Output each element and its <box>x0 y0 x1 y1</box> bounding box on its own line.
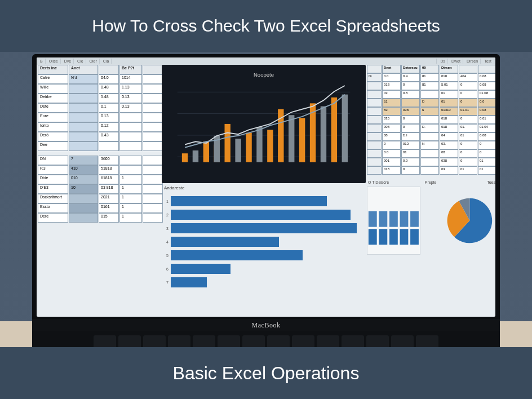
cell[interactable]: 03. <box>440 141 458 149</box>
cell[interactable]: 0 <box>459 149 477 158</box>
cell[interactable]: Di <box>367 73 382 82</box>
cell[interactable]: Dere <box>38 213 68 223</box>
cell[interactable]: 0 <box>459 116 477 124</box>
cell[interactable] <box>367 149 382 158</box>
cell[interactable] <box>119 113 142 122</box>
cell[interactable] <box>119 156 142 165</box>
cell[interactable]: 410 <box>69 165 98 175</box>
cell[interactable]: 7 <box>69 156 98 165</box>
cell[interactable]: D <box>420 99 439 107</box>
cell[interactable]: 0.48 <box>99 84 119 94</box>
cell[interactable] <box>119 132 142 141</box>
col-header[interactable]: Dnet <box>382 65 401 73</box>
cell[interactable]: 0 <box>459 90 477 99</box>
cell[interactable]: 01.01 <box>459 107 477 116</box>
cell[interactable]: 0.13 <box>119 94 142 103</box>
cell[interactable]: 0.0 <box>478 99 495 107</box>
cell[interactable]: Ionto <box>38 122 68 132</box>
cell[interactable]: 01 <box>478 166 495 175</box>
cell[interactable]: 013 <box>401 141 420 149</box>
col-header[interactable] <box>459 65 477 73</box>
cell[interactable] <box>143 132 163 141</box>
cell[interactable] <box>143 194 163 203</box>
col-header[interactable]: 09 <box>420 65 439 73</box>
cell[interactable]: 08 <box>382 132 401 141</box>
cell[interactable]: 0.43 <box>99 132 119 141</box>
cell[interactable] <box>367 141 382 149</box>
cell[interactable]: 1 <box>119 175 142 184</box>
cell[interactable] <box>367 107 382 116</box>
cell[interactable] <box>143 113 163 122</box>
cell[interactable] <box>420 116 439 124</box>
cell[interactable] <box>143 103 163 113</box>
cell[interactable]: 01.08 <box>478 90 495 99</box>
cell[interactable]: DN <box>38 156 68 165</box>
cell[interactable] <box>401 99 420 107</box>
cell[interactable] <box>69 94 98 103</box>
cell[interactable]: 018 <box>382 166 401 175</box>
cell[interactable]: 001 <box>382 158 401 166</box>
cell[interactable]: 0.0 <box>401 158 420 166</box>
cell[interactable]: 0 <box>401 166 420 175</box>
cell[interactable] <box>119 141 142 151</box>
ribbon-item[interactable]: Cle <box>75 59 86 64</box>
cell[interactable]: 035 <box>382 116 401 124</box>
cell[interactable] <box>69 194 98 203</box>
cell[interactable]: 0 <box>459 141 477 149</box>
ribbon-item[interactable]: Dwet <box>449 59 463 64</box>
cell[interactable] <box>367 132 382 141</box>
cell[interactable] <box>367 124 382 132</box>
cell[interactable] <box>119 122 142 132</box>
cell[interactable] <box>143 84 163 94</box>
ribbon-item[interactable]: Oler <box>87 59 100 64</box>
cell[interactable] <box>420 90 439 99</box>
cell[interactable] <box>99 141 119 151</box>
cell[interactable]: 0.4 <box>401 73 420 82</box>
ribbon-item[interactable]: Cla <box>101 59 112 64</box>
cell[interactable]: 0 <box>401 82 420 90</box>
ribbon-item[interactable]: Olise <box>47 59 61 64</box>
cell[interactable] <box>69 103 98 113</box>
cell[interactable] <box>367 99 382 107</box>
cell[interactable]: 018 <box>440 116 458 124</box>
cell[interactable]: 0.8 <box>401 90 420 99</box>
cell[interactable]: 008 <box>382 124 401 132</box>
cell[interactable]: 81 <box>420 82 439 90</box>
cell[interactable]: 0 <box>459 158 477 166</box>
cell[interactable]: 51818 <box>99 165 119 175</box>
cell[interactable]: 81 <box>420 73 439 82</box>
cell[interactable]: 01 <box>440 90 458 99</box>
cell[interactable]: 0.1 <box>99 103 119 113</box>
cell[interactable]: 03 <box>440 166 458 175</box>
cell[interactable]: 0 <box>459 82 477 90</box>
cell[interactable]: 038 <box>440 158 458 166</box>
ribbon-item[interactable]: Dirsen <box>464 59 481 64</box>
cell[interactable]: 0.08 <box>478 132 495 141</box>
cell[interactable] <box>143 74 163 84</box>
col-header[interactable]: Be P?t <box>119 65 142 74</box>
cell[interactable]: 10 <box>69 184 98 194</box>
cell[interactable]: 0.08 <box>478 107 495 116</box>
cell[interactable]: Dete <box>38 103 68 113</box>
cell[interactable]: 0.13 <box>119 103 142 113</box>
cell[interactable] <box>143 156 163 165</box>
cell[interactable]: 0.08 <box>478 82 495 90</box>
cell[interactable]: 0 <box>382 141 401 149</box>
cell[interactable]: 04.0 <box>99 74 119 84</box>
cell[interactable] <box>367 158 382 166</box>
cell[interactable]: 0.08 <box>478 73 495 82</box>
col-header[interactable] <box>99 65 119 74</box>
cell[interactable]: 1.13 <box>119 84 142 94</box>
cell[interactable]: Essto <box>38 203 68 213</box>
cell[interactable]: 01 <box>459 166 477 175</box>
cell[interactable]: 0 <box>401 116 420 124</box>
cell[interactable] <box>69 203 98 213</box>
cell[interactable] <box>420 149 439 158</box>
cell[interactable]: 038 <box>401 107 420 116</box>
cell[interactable]: 01 <box>459 132 477 141</box>
cell[interactable]: Dee <box>38 141 68 151</box>
cell[interactable] <box>143 94 163 103</box>
cell[interactable] <box>367 90 382 99</box>
cell[interactable]: 1 <box>119 184 142 194</box>
cell[interactable] <box>367 82 382 90</box>
